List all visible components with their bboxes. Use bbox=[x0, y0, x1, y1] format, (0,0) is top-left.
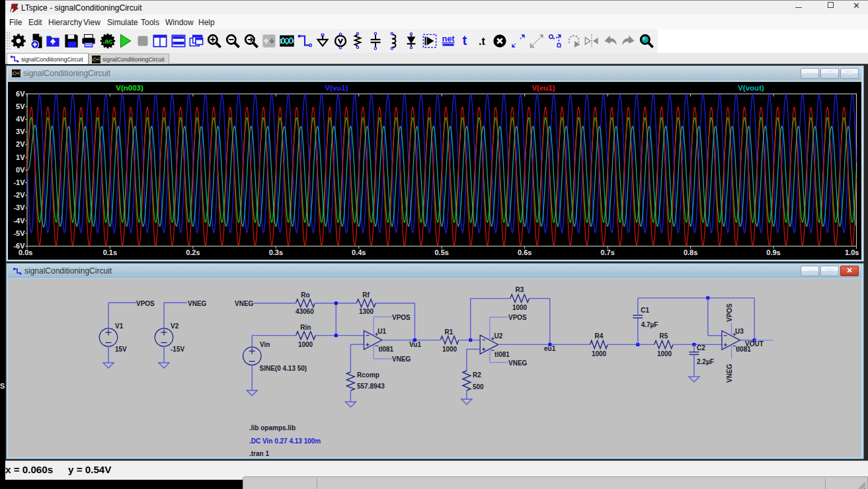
svg-text:0.3s: 0.3s bbox=[269, 248, 283, 256]
svg-text:.lib opamps.lib: .lib opamps.lib bbox=[249, 424, 296, 432]
svg-text:-4V: -4V bbox=[13, 217, 25, 225]
svg-text:0V: 0V bbox=[16, 166, 25, 174]
svg-text:V(eu1): V(eu1) bbox=[532, 84, 555, 92]
svg-text:R2: R2 bbox=[473, 371, 481, 379]
svg-text:0.4s: 0.4s bbox=[352, 248, 366, 256]
svg-text:R3: R3 bbox=[516, 286, 524, 293]
svg-text:-15V: -15V bbox=[171, 346, 184, 353]
svg-text:-5V: -5V bbox=[13, 229, 25, 237]
svg-text:SINE(0 4.13 50): SINE(0 4.13 50) bbox=[260, 365, 307, 372]
svg-text:1300: 1300 bbox=[359, 308, 374, 315]
svg-text:.ac: .ac bbox=[103, 37, 113, 45]
svg-text:VPOS: VPOS bbox=[392, 314, 411, 321]
svg-text:U3: U3 bbox=[735, 328, 744, 335]
svg-text:5V: 5V bbox=[16, 102, 25, 110]
svg-text:Rcomp: Rcomp bbox=[357, 371, 379, 379]
svg-text:U2: U2 bbox=[494, 332, 503, 340]
svg-text:C2: C2 bbox=[697, 344, 705, 352]
svg-text:C1: C1 bbox=[641, 307, 649, 314]
svg-text:0.6s: 0.6s bbox=[518, 248, 532, 256]
svg-text:43060: 43060 bbox=[296, 308, 314, 315]
svg-text:V(vout): V(vout) bbox=[738, 84, 764, 92]
svg-text:2.2µF: 2.2µF bbox=[697, 358, 714, 365]
svg-text:V(vu1): V(vu1) bbox=[325, 84, 348, 92]
svg-text:0.1s: 0.1s bbox=[103, 248, 117, 256]
svg-text:0.0s: 0.0s bbox=[19, 248, 32, 256]
svg-text:0.9s: 0.9s bbox=[766, 248, 780, 256]
svg-text:VPOS: VPOS bbox=[136, 300, 155, 307]
svg-text:Rf: Rf bbox=[362, 291, 370, 299]
svg-text:-1V: -1V bbox=[13, 178, 25, 186]
svg-text:VNEG: VNEG bbox=[508, 359, 528, 367]
svg-text:1V: 1V bbox=[16, 153, 25, 161]
svg-text:1000: 1000 bbox=[442, 346, 457, 353]
svg-text:VNEG: VNEG bbox=[188, 300, 207, 307]
svg-text:VNEG: VNEG bbox=[392, 356, 411, 363]
svg-text:.DC Vin 0.27 4.13 100m: .DC Vin 0.27 4.13 100m bbox=[249, 437, 321, 445]
svg-text:V1: V1 bbox=[115, 322, 124, 330]
svg-text:V(n003): V(n003) bbox=[116, 84, 143, 92]
svg-text:Vu1: Vu1 bbox=[409, 341, 421, 348]
svg-text:R1: R1 bbox=[445, 328, 454, 336]
svg-text:6V: 6V bbox=[16, 90, 25, 98]
svg-text:tl081: tl081 bbox=[378, 346, 393, 353]
svg-text:U1: U1 bbox=[377, 328, 386, 335]
svg-text:1000: 1000 bbox=[657, 350, 672, 357]
svg-text:t: t bbox=[463, 33, 467, 48]
svg-text:1000: 1000 bbox=[512, 304, 528, 311]
svg-text:VOUT: VOUT bbox=[745, 340, 764, 348]
svg-text:0.5s: 0.5s bbox=[434, 248, 448, 256]
svg-text:557.8943: 557.8943 bbox=[357, 383, 385, 390]
svg-text:Vin: Vin bbox=[260, 341, 270, 348]
svg-text:eu1: eu1 bbox=[544, 345, 556, 352]
svg-text:2V: 2V bbox=[16, 140, 25, 148]
svg-text:4.7µF: 4.7µF bbox=[641, 321, 658, 328]
svg-text:V2: V2 bbox=[171, 322, 179, 330]
svg-text:3V: 3V bbox=[16, 128, 25, 135]
svg-text:1000: 1000 bbox=[298, 341, 313, 348]
svg-text:net: net bbox=[442, 34, 455, 44]
svg-text:.tran 1: .tran 1 bbox=[249, 450, 269, 457]
svg-text:0.2s: 0.2s bbox=[186, 248, 200, 256]
svg-text:R4: R4 bbox=[595, 332, 604, 340]
svg-text:4V: 4V bbox=[16, 115, 25, 123]
svg-text:.t: .t bbox=[479, 35, 485, 47]
svg-text:Ro: Ro bbox=[301, 291, 309, 299]
svg-text:1.0s: 1.0s bbox=[845, 248, 859, 256]
svg-text:-3V: -3V bbox=[13, 204, 25, 211]
svg-text:R5: R5 bbox=[660, 332, 668, 340]
svg-text:VNEG: VNEG bbox=[235, 300, 254, 307]
svg-text:tl081: tl081 bbox=[494, 351, 510, 358]
svg-text:1000: 1000 bbox=[592, 350, 607, 357]
svg-text:Rin: Rin bbox=[300, 324, 311, 331]
svg-text:15V: 15V bbox=[115, 346, 127, 353]
svg-text:500: 500 bbox=[473, 383, 484, 391]
svg-text:VNEG: VNEG bbox=[726, 363, 733, 383]
svg-text:VPOS: VPOS bbox=[508, 314, 527, 321]
svg-text:-2V: -2V bbox=[13, 191, 25, 199]
svg-text:VPOS: VPOS bbox=[726, 303, 733, 322]
svg-text:0.8s: 0.8s bbox=[684, 248, 697, 256]
svg-text:0.7s: 0.7s bbox=[600, 248, 614, 256]
